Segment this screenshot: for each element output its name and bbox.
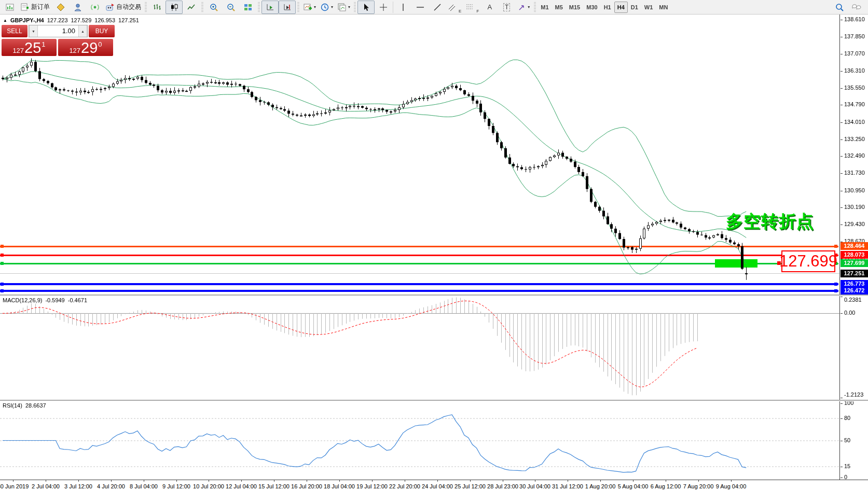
signals-button[interactable] bbox=[86, 1, 103, 14]
zoom-out-icon bbox=[226, 3, 236, 12]
macd-tick-mark bbox=[841, 398, 843, 398]
fibonacci-tool-button[interactable]: F bbox=[463, 1, 481, 14]
periods-button[interactable]: ▾ bbox=[318, 1, 335, 14]
rsi-value: 28.6637 bbox=[25, 402, 46, 409]
arrows-tool-button[interactable]: ▾ bbox=[515, 1, 532, 14]
price-tick-label: 129.430 bbox=[844, 221, 865, 227]
time-tick-label: 31 Jul 12:00 bbox=[552, 483, 583, 489]
trendline-tool-button[interactable] bbox=[429, 1, 446, 14]
candlestick-chart-button[interactable] bbox=[166, 1, 183, 14]
time-tick-mark bbox=[241, 480, 242, 482]
ohlc-close: 127.251 bbox=[118, 17, 139, 23]
search-button[interactable] bbox=[831, 1, 848, 14]
templates-button[interactable]: ▾ bbox=[335, 1, 352, 14]
text-tool-button[interactable]: A bbox=[481, 1, 498, 14]
chat-button[interactable] bbox=[848, 1, 865, 14]
time-tick-label: 4 Jul 20:00 bbox=[97, 483, 125, 489]
horizontal-line-tool-button[interactable] bbox=[411, 1, 429, 14]
toolbar-grip bbox=[201, 2, 203, 12]
volume-input[interactable]: 1.00 bbox=[38, 25, 78, 37]
autotrading-button[interactable]: 自动交易 bbox=[103, 1, 143, 14]
time-tick-label: 6 Aug 12:00 bbox=[651, 483, 681, 489]
profile-button[interactable] bbox=[69, 1, 86, 14]
tf-button-m1[interactable]: M1 bbox=[538, 2, 552, 13]
price-chart-plot[interactable] bbox=[0, 15, 868, 294]
tf-button-d1[interactable]: D1 bbox=[628, 2, 641, 13]
tf-button-m15[interactable]: M15 bbox=[566, 2, 583, 13]
sell-price-big: 25 bbox=[24, 40, 41, 55]
price-tick-label: 137.070 bbox=[844, 50, 865, 57]
buy-price-box[interactable]: 127 29 0 bbox=[58, 39, 113, 56]
collapse-panel-icon[interactable]: ▲ bbox=[3, 18, 7, 23]
time-tick-mark bbox=[372, 480, 373, 482]
auto-scroll-button[interactable] bbox=[261, 1, 279, 14]
new-order-button[interactable]: 新订单 bbox=[18, 1, 52, 14]
tf-button-h1[interactable]: H1 bbox=[601, 2, 614, 13]
panel-separator[interactable] bbox=[0, 294, 868, 296]
price-tick-label: 134.790 bbox=[844, 101, 865, 107]
panel-separator[interactable] bbox=[0, 400, 868, 401]
crosshair-tool-button[interactable] bbox=[375, 1, 392, 14]
time-tick-label: 24 Jul 04:00 bbox=[422, 483, 453, 489]
new-order-icon bbox=[20, 3, 30, 12]
app-icon bbox=[1, 1, 18, 14]
text-tool-icon: A bbox=[487, 3, 492, 11]
tf-button-w1[interactable]: W1 bbox=[641, 2, 656, 13]
chart-annotation-text[interactable]: 多空转折点 bbox=[726, 210, 814, 233]
volume-up-button[interactable]: ▲ bbox=[78, 25, 87, 37]
time-tick-label: 25 Jul 12:00 bbox=[454, 483, 486, 489]
main-toolbar: 新订单 自动交易 ▾ ▾ bbox=[0, 0, 868, 15]
macd-tick-label: 0.00 bbox=[844, 310, 855, 316]
tf-button-m30[interactable]: M30 bbox=[583, 2, 600, 13]
line-chart-button[interactable] bbox=[183, 1, 200, 14]
new-order-label: 新订单 bbox=[31, 3, 50, 11]
time-tick-label: 5 Aug 04:00 bbox=[618, 483, 649, 489]
chart-shift-button[interactable] bbox=[279, 1, 296, 14]
price-tick-mark bbox=[841, 71, 843, 72]
time-tick-mark bbox=[176, 480, 177, 482]
zoom-in-button[interactable] bbox=[205, 1, 222, 14]
vertical-line-tool-button[interactable] bbox=[394, 1, 411, 14]
callout-anchor-marker bbox=[777, 261, 781, 265]
time-axis[interactable]: 30 Jun 20192 Jul 04:003 Jul 12:004 Jul 2… bbox=[0, 480, 868, 491]
market-watch-button[interactable] bbox=[52, 1, 69, 14]
buy-price-small: 127 bbox=[69, 47, 80, 54]
price-line-label: 128.073 bbox=[841, 251, 868, 259]
rsi-tick-mark bbox=[841, 403, 843, 404]
sell-button[interactable]: SELL bbox=[2, 25, 27, 37]
tf-button-mn[interactable]: MN bbox=[656, 2, 671, 13]
volume-down-button[interactable]: ▼ bbox=[29, 25, 38, 37]
rsi-tick-label: 80 bbox=[844, 415, 850, 421]
macd-value: -0.5949 bbox=[45, 297, 64, 303]
time-tick-mark bbox=[437, 480, 438, 482]
macd-tick-mark bbox=[841, 297, 843, 297]
tile-windows-button[interactable] bbox=[239, 1, 256, 14]
price-tick-label: 133.250 bbox=[844, 136, 865, 142]
tf-button-m5[interactable]: M5 bbox=[552, 2, 566, 13]
buy-button[interactable]: BUY bbox=[89, 25, 115, 37]
bar-chart-button[interactable] bbox=[148, 1, 166, 14]
time-tick-mark bbox=[600, 480, 601, 482]
time-tick-label: 19 Jul 12:00 bbox=[356, 483, 388, 489]
sell-price-box[interactable]: 127 25 1 bbox=[2, 39, 57, 56]
time-tick-label: 8 Jul 04:00 bbox=[130, 483, 158, 489]
tf-button-h4[interactable]: H4 bbox=[614, 2, 628, 13]
macd-plot[interactable] bbox=[0, 296, 868, 400]
price-tick-label: 130.190 bbox=[844, 204, 865, 210]
indicators-button[interactable]: ▾ bbox=[301, 1, 318, 14]
ohlc-open: 127.223 bbox=[47, 17, 68, 23]
equidistant-channel-tool-button[interactable]: E bbox=[446, 1, 463, 14]
sell-price-small: 127 bbox=[12, 47, 24, 54]
cursor-tool-button[interactable] bbox=[357, 1, 375, 14]
indicators-icon bbox=[303, 3, 312, 12]
time-tick-label: 18 Jul 04:00 bbox=[324, 483, 355, 489]
symbol-title: GBPJPY-,H4 bbox=[10, 17, 44, 23]
price-tick-mark bbox=[841, 191, 843, 191]
text-label-tool-button[interactable]: T bbox=[498, 1, 515, 14]
rsi-plot[interactable] bbox=[0, 401, 868, 480]
ohlc-low: 126.953 bbox=[94, 17, 115, 23]
price-tick-mark bbox=[841, 207, 843, 208]
price-callout-box[interactable]: 127.699 bbox=[781, 250, 835, 272]
time-tick-label: 2 Jul 04:00 bbox=[32, 483, 60, 489]
zoom-out-button[interactable] bbox=[222, 1, 239, 14]
